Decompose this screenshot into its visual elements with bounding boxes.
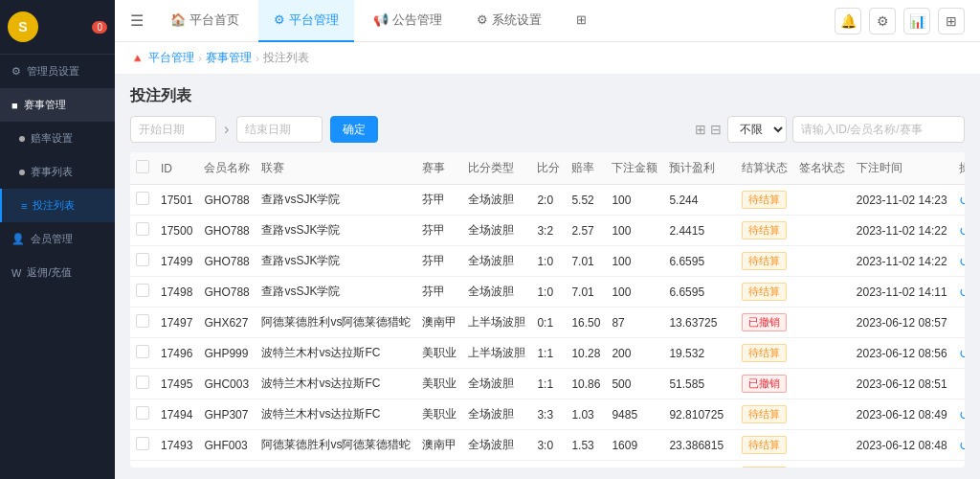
cell-match: 芬甲 [416, 246, 462, 277]
chart-button[interactable]: 📊 [903, 8, 930, 34]
search-input[interactable] [792, 116, 965, 143]
row-checkbox[interactable] [136, 314, 149, 328]
bet-table: ID 会员名称 联赛 赛事 比分类型 比分 赔率 下注金额 预计盈利 结算状态 … [130, 152, 965, 468]
cell-bet-type: 上半场波胆 [462, 308, 531, 338]
status-badge: 待结算 [742, 405, 787, 423]
type-select[interactable]: 不限 [727, 116, 787, 143]
cell-op: ↺ [953, 461, 965, 468]
cell-id: 17498 [155, 277, 198, 308]
sidebar-item-label: 投注列表 [33, 198, 75, 213]
cell-settle-status: 已撤销 [736, 308, 793, 338]
table-row: 17493 GHF003 阿德莱德胜利vs阿德莱德猎蛇 澳南甲 全场波胆 3:0… [130, 430, 965, 461]
col-est-profit: 预计盈利 [663, 152, 735, 185]
list-icon: ≡ [21, 200, 27, 212]
cell-bet-type: 全场波胆 [462, 399, 531, 430]
content-area: 🔺 平台管理 › 赛事管理 › 投注列表 投注列表 › 确定 ⊞ ⊟ [115, 42, 980, 479]
cell-score: 0:1 [531, 308, 566, 338]
cell-odds: 2.57 [566, 216, 606, 246]
start-date-input[interactable] [130, 116, 216, 143]
sidebar-logo: S 0 [0, 0, 115, 55]
cell-settle-status: 待结算 [736, 430, 793, 461]
col-id: ID [155, 152, 198, 185]
cell-score: 1:0 [531, 246, 566, 277]
cell-member: GHQ323 [198, 461, 256, 468]
refresh-icon[interactable]: ↺ [959, 438, 965, 453]
col-op: 操作 [953, 152, 965, 185]
sidebar-item-label: 赛事管理 [24, 98, 66, 112]
breadcrumb-link-platform[interactable]: 平台管理 [148, 50, 194, 66]
refresh-icon[interactable]: ↺ [959, 285, 965, 300]
date-arrow-icon[interactable]: › [224, 121, 229, 138]
sidebar-item-admin-settings[interactable]: ⚙ 管理员设置 [0, 55, 115, 88]
status-badge: 待结算 [742, 344, 787, 362]
tab-platform-mgmt[interactable]: ⚙ 平台管理 [258, 0, 354, 42]
cell-id: 17500 [155, 216, 198, 246]
sidebar-item-match-list[interactable]: 赛事列表 [0, 155, 115, 189]
status-badge: 已撤销 [742, 375, 787, 393]
cell-bet-time: 2023-11-02 14:11 [851, 277, 953, 308]
cell-score: 2:0 [531, 185, 566, 216]
cell-member: GHO788 [198, 277, 256, 308]
row-checkbox[interactable] [136, 253, 149, 266]
cell-score: 3:0 [531, 430, 566, 461]
cell-league: 阿德莱德胜利vs阿德莱德猎蛇 [256, 308, 416, 338]
sys-icon: ⚙ [477, 12, 488, 27]
breadcrumb-link-match[interactable]: 赛事管理 [206, 50, 252, 66]
row-checkbox[interactable] [136, 222, 149, 236]
refresh-icon[interactable]: ↺ [959, 346, 965, 361]
cell-settle-status: 待结算 [736, 399, 793, 430]
grid-button[interactable]: ⊞ [938, 8, 965, 34]
refresh-icon[interactable]: ↺ [959, 193, 965, 208]
cell-settle-status: 待结算 [736, 338, 793, 369]
cell-settle-status: 待结算 [736, 277, 793, 308]
menu-icon[interactable]: ☰ [130, 11, 144, 30]
notify-button[interactable]: 🔔 [835, 8, 861, 34]
expand-icon1[interactable]: ⊞ [695, 122, 706, 137]
cell-amount: 9485 [606, 399, 663, 430]
row-checkbox[interactable] [136, 345, 149, 358]
table-row: 17492 GHQ323 波特兰木村vs达拉斯FC 美职业 全场波胆 3:0 3… [130, 461, 965, 468]
tab-extra[interactable]: ⊞ [561, 0, 602, 42]
tab-label: 系统设置 [492, 11, 542, 29]
sidebar-item-member-mgmt[interactable]: 👤 会员管理 [0, 222, 115, 256]
cell-id: 17493 [155, 430, 198, 461]
refresh-icon[interactable]: ↺ [959, 254, 965, 269]
table-header-row: ID 会员名称 联赛 赛事 比分类型 比分 赔率 下注金额 预计盈利 结算状态 … [130, 152, 965, 185]
filter-right: ⊞ ⊟ 不限 [695, 116, 965, 143]
cell-odds: 10.28 [566, 338, 606, 369]
cell-id: 17497 [155, 308, 198, 338]
cell-id: 17494 [155, 399, 198, 430]
sidebar-item-rebate[interactable]: W 返佣/充值 [0, 256, 115, 289]
sidebar-item-match-mgmt[interactable]: ■ 赛事管理 [0, 88, 115, 122]
cell-sign-status [793, 246, 851, 277]
sidebar-menu: ⚙ 管理员设置 ■ 赛事管理 赔率设置 赛事列表 ≡ 投注列表 👤 会员管理 W… [0, 55, 115, 479]
row-checkbox[interactable] [136, 406, 149, 420]
row-checkbox[interactable] [136, 192, 149, 205]
cell-league: 查路vsSJK学院 [256, 216, 416, 246]
settings-button[interactable]: ⚙ [869, 8, 896, 34]
cell-checkbox [130, 369, 155, 399]
col-odds: 赔率 [566, 152, 606, 185]
tab-platform-home[interactable]: 🏠 平台首页 [155, 0, 255, 42]
sidebar-item-bet-list[interactable]: ≡ 投注列表 [0, 189, 115, 222]
confirm-button[interactable]: 确定 [330, 116, 378, 143]
refresh-icon[interactable]: ↺ [959, 407, 965, 422]
cell-sign-status [793, 430, 851, 461]
cell-sign-status [793, 399, 851, 430]
tab-announcement[interactable]: 📢 公告管理 [358, 0, 457, 42]
tab-label: 平台首页 [189, 11, 239, 29]
expand-icon2[interactable]: ⊟ [710, 122, 722, 137]
end-date-input[interactable] [236, 116, 323, 143]
cell-odds: 3.06 [566, 461, 606, 468]
refresh-icon[interactable]: ↺ [959, 223, 965, 239]
cell-settle-status: 待结算 [736, 246, 793, 277]
row-checkbox[interactable] [136, 376, 149, 389]
cell-bet-type: 全场波胆 [462, 216, 531, 246]
row-checkbox[interactable] [136, 284, 149, 297]
cell-bet-time: 2023-06-12 08:51 [851, 369, 953, 399]
tab-system-settings[interactable]: ⚙ 系统设置 [461, 0, 557, 42]
sidebar-item-odds-settings[interactable]: 赔率设置 [0, 122, 115, 155]
select-all-checkbox[interactable] [136, 160, 149, 173]
cell-member: GHC003 [198, 369, 256, 399]
row-checkbox[interactable] [136, 437, 149, 450]
